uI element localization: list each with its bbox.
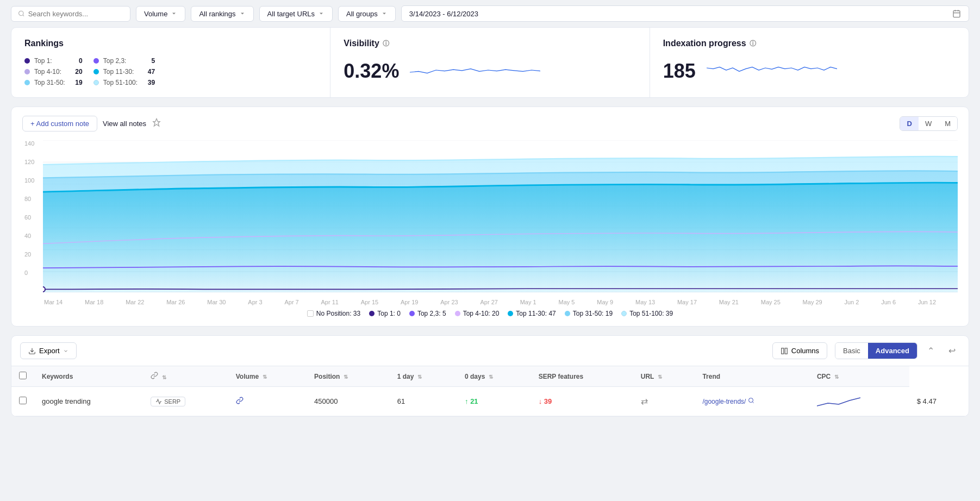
serp-badge[interactable]: SERP xyxy=(151,397,185,406)
date-range-label: 3/14/2023 - 6/12/2023 xyxy=(409,10,478,18)
header-position: Position ⇅ xyxy=(307,366,390,387)
chevron-down-icon xyxy=(239,10,246,17)
table-header-row: Keywords ⇅ Volume ⇅ Position ⇅ 1 day ⇅ xyxy=(11,366,969,387)
row-1day: ↑ 21 xyxy=(457,387,531,416)
columns-button[interactable]: Columns xyxy=(772,342,827,359)
rank-val-top4: 20 xyxy=(70,68,83,76)
keywords-table: Keywords ⇅ Volume ⇅ Position ⇅ 1 day ⇅ xyxy=(11,366,969,416)
visibility-content: 0.32% xyxy=(344,59,636,83)
rank-val-top51: 39 xyxy=(142,79,155,86)
chevron-down-icon xyxy=(381,10,388,17)
groups-dropdown[interactable]: All groups xyxy=(338,6,396,22)
row-checkbox[interactable] xyxy=(19,397,27,404)
rank-dot-top4 xyxy=(24,69,30,74)
legend-dot-top51100 xyxy=(621,311,627,316)
legend-no-position: No Position: 33 xyxy=(307,310,360,317)
advanced-view-button[interactable]: Advanced xyxy=(868,343,917,359)
row-url[interactable]: /google-trends/ xyxy=(695,387,809,416)
header-0days: 0 days ⇅ xyxy=(457,366,531,387)
serp-trend-icon xyxy=(155,398,162,405)
period-day-button[interactable]: D xyxy=(900,117,918,130)
row-serp-feature: ⇄ xyxy=(633,387,695,416)
view-toggle: Basic Advanced xyxy=(835,342,917,359)
export-button[interactable]: Export xyxy=(20,342,77,359)
rank-label-top51: Top 51-100: xyxy=(103,79,138,86)
indexation-value: 185 xyxy=(663,60,696,83)
legend-top3150: Top 31-50: 19 xyxy=(565,310,613,317)
period-buttons: D W M xyxy=(900,116,958,131)
rank-item-top11: Top 11-30: 47 xyxy=(93,68,155,76)
urls-dropdown[interactable]: All target URLs xyxy=(259,6,333,22)
main-chart-svg xyxy=(43,140,958,292)
y-axis: 0 20 40 60 80 100 120 140 xyxy=(22,140,36,276)
add-note-button[interactable]: + Add custom note xyxy=(22,116,97,131)
rank-label-top4: Top 4-10: xyxy=(34,68,61,76)
volume-dropdown[interactable]: Volume xyxy=(136,6,185,22)
chart-toolbar: + Add custom note View all notes D W M xyxy=(22,116,958,131)
groups-dropdown-label: All groups xyxy=(346,10,378,18)
row-keyword: google trending xyxy=(34,387,143,416)
header-keywords: Keywords xyxy=(34,366,143,387)
indexation-content: 185 xyxy=(663,59,956,83)
svg-line-19 xyxy=(752,402,753,403)
visibility-sparkline xyxy=(410,59,636,83)
row-checkbox-cell[interactable] xyxy=(11,387,34,416)
row-serp-badge-cell[interactable]: SERP xyxy=(143,387,228,416)
rank-val-top1: 0 xyxy=(70,57,83,65)
select-all-checkbox[interactable] xyxy=(19,372,27,379)
search-url-icon[interactable] xyxy=(748,397,754,404)
url-link[interactable]: /google-trends/ xyxy=(702,398,746,405)
rank-label-top1: Top 1: xyxy=(34,57,52,65)
pin-icon[interactable] xyxy=(152,118,161,129)
trend-sparkline xyxy=(817,392,860,409)
search-box[interactable] xyxy=(11,6,130,22)
expand-button[interactable]: ↩ xyxy=(944,343,960,358)
basic-view-button[interactable]: Basic xyxy=(835,343,868,359)
visibility-info-icon: ⓘ xyxy=(383,39,389,48)
rank-val-top11: 47 xyxy=(142,68,155,76)
indexation-title: Indexation progress ⓘ xyxy=(663,39,956,48)
legend-top51100: Top 51-100: 39 xyxy=(621,310,673,317)
legend-top1130: Top 11-30: 47 xyxy=(508,310,555,317)
date-range-dropdown[interactable]: 3/14/2023 - 6/12/2023 xyxy=(401,5,969,22)
legend-dot-top410 xyxy=(455,311,460,316)
rank-dot-top31 xyxy=(24,80,30,85)
header-checkbox[interactable] xyxy=(11,366,34,387)
legend-dot-top1130 xyxy=(508,311,513,316)
row-volume: 450000 xyxy=(307,387,390,416)
visibility-value: 0.32% xyxy=(344,60,399,83)
calendar-icon xyxy=(952,9,961,18)
rank-dot-top51 xyxy=(93,80,99,85)
collapse-button[interactable]: ⌃ xyxy=(923,343,939,358)
row-trend xyxy=(809,387,909,416)
rank-dot-top1 xyxy=(24,58,30,64)
search-input[interactable] xyxy=(28,10,123,18)
visibility-card: Visibility ⓘ 0.32% xyxy=(330,28,650,97)
indexation-card: Indexation progress ⓘ 185 xyxy=(650,28,969,97)
columns-icon xyxy=(781,347,788,355)
period-week-button[interactable]: W xyxy=(919,117,938,130)
table-row: google trending SERP 450000 xyxy=(11,387,969,416)
legend-dot-top23 xyxy=(409,311,415,316)
svg-line-1 xyxy=(23,15,24,16)
rankings-dropdown[interactable]: All rankings xyxy=(191,6,253,22)
legend-box-no-position xyxy=(307,310,314,317)
chart-section: + Add custom note View all notes D W M 0… xyxy=(11,107,969,327)
row-cpc: $ 4.47 xyxy=(909,387,969,416)
svg-point-18 xyxy=(749,398,753,403)
header-trend: Trend xyxy=(695,366,809,387)
legend-dot-top1 xyxy=(369,311,374,316)
rankings-dropdown-label: All rankings xyxy=(199,10,235,18)
svg-rect-16 xyxy=(782,348,784,354)
link-icon[interactable] xyxy=(236,398,244,406)
chart-legend: No Position: 33 Top 1: 0 Top 2,3: 5 Top … xyxy=(22,310,958,317)
period-month-button[interactable]: M xyxy=(938,117,957,130)
chevron-down-icon xyxy=(63,348,68,354)
view-notes-button[interactable]: View all notes xyxy=(103,120,146,128)
header-serp: SERP features xyxy=(531,366,633,387)
legend-dot-top3150 xyxy=(565,311,570,316)
chevron-down-icon xyxy=(171,10,177,17)
indexation-info-icon: ⓘ xyxy=(750,39,756,48)
row-link-cell[interactable] xyxy=(228,387,307,416)
svg-rect-2 xyxy=(953,11,960,17)
